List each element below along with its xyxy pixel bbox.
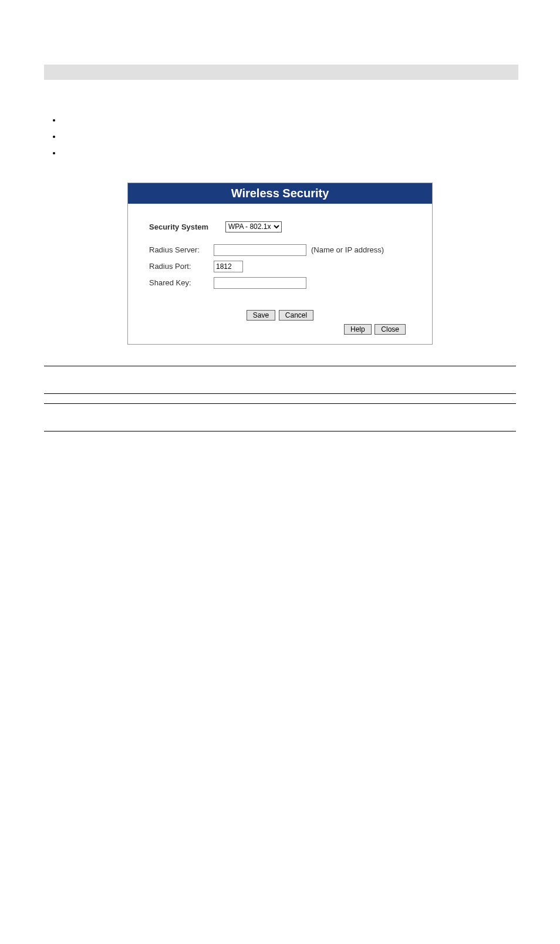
security-system-select[interactable]: WPA - 802.1x: [225, 221, 282, 232]
radius-server-hint: (Name or IP address): [311, 245, 384, 254]
top-gray-bar: [44, 65, 518, 80]
def-val: [156, 403, 516, 431]
radius-port-label: Radius Port:: [149, 262, 214, 271]
shared-key-input[interactable]: [214, 277, 306, 289]
definitions-table: [44, 366, 516, 431]
wireless-security-panel: Wireless Security Security System WPA - …: [127, 183, 433, 345]
panel-title: Wireless Security: [128, 183, 432, 204]
security-system-label: Security System: [149, 222, 225, 231]
save-button[interactable]: Save: [247, 310, 275, 321]
help-button[interactable]: Help: [344, 324, 372, 335]
radius-server-label: Radius Server:: [149, 245, 214, 254]
radius-port-input[interactable]: [214, 261, 243, 272]
bullet-list: [44, 115, 516, 159]
list-item: [62, 115, 516, 126]
def-key: [44, 366, 156, 393]
list-item: [62, 132, 516, 142]
radius-server-input[interactable]: [214, 244, 306, 256]
cancel-button[interactable]: Cancel: [279, 310, 313, 321]
shared-key-label: Shared Key:: [149, 278, 214, 287]
list-item: [62, 148, 516, 159]
close-button[interactable]: Close: [375, 324, 406, 335]
def-val: [156, 366, 516, 393]
def-val: [156, 393, 516, 403]
def-key: [44, 403, 156, 431]
def-key: [44, 393, 156, 403]
